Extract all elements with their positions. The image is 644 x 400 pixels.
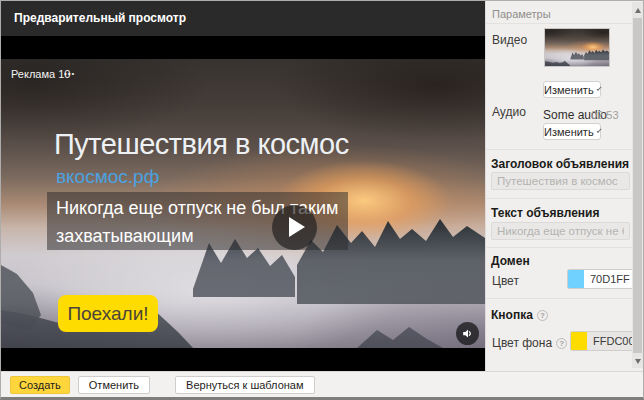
create-button[interactable]: Создать (10, 376, 70, 394)
change-video-button[interactable]: Изменить (543, 81, 601, 98)
button-bg-color-value: FFDC00 (587, 332, 634, 350)
divider (486, 298, 643, 299)
ad-menu-icon[interactable]: ••• (64, 69, 75, 78)
player-pane: Предварительный просмотр Реклама 10 ••• … (1, 1, 485, 371)
change-audio-button[interactable]: Изменить (543, 123, 601, 140)
ad-title: Путешествия в космос (54, 128, 349, 161)
ad-badge: Реклама 10 (11, 68, 70, 80)
cta-button[interactable]: Поехали! (58, 295, 158, 332)
button-bg-color-field[interactable]: FFDC00 (570, 331, 634, 351)
change-audio-label: Изменить (544, 126, 594, 138)
domain-color-field[interactable]: 70D1FF (567, 269, 635, 289)
audio-duration: 02:53 (591, 109, 619, 121)
text-section-label: Текст объявления (491, 206, 599, 220)
button-bg-label: Цвет фона? (492, 336, 567, 350)
domain-color-label: Цвет (492, 274, 519, 288)
ad-domain-link[interactable]: вкосмос.рф (56, 166, 159, 188)
footer-toolbar: Создать Отменить Вернуться к шаблонам (1, 371, 643, 398)
headline-section-label: Заголовок объявления (491, 157, 629, 171)
back-to-templates-button[interactable]: Вернуться к шаблонам (175, 376, 314, 394)
button-bg-color-swatch (571, 332, 587, 350)
audio-label: Аудио (492, 105, 526, 119)
chevron-down-icon (596, 127, 601, 132)
cancel-button[interactable]: Отменить (78, 376, 150, 394)
button-section-text: Кнопка (491, 308, 533, 322)
speaker-icon (461, 327, 474, 340)
domain-section-label: Домен (491, 254, 530, 268)
chevron-down-icon (596, 85, 601, 90)
modal-title: Предварительный просмотр (1, 1, 485, 36)
parameters-sidebar: Параметры Видео Изменить Аудио Some audi… (485, 1, 643, 371)
video-preview[interactable]: Реклама 10 ••• Путешествия в космос вкос… (1, 59, 485, 348)
play-button[interactable] (272, 205, 317, 250)
divider (486, 149, 643, 150)
help-icon[interactable]: ? (537, 310, 548, 321)
headline-input[interactable] (491, 172, 630, 190)
preview-modal: Предварительный просмотр Реклама 10 ••• … (0, 0, 644, 400)
change-video-label: Изменить (544, 84, 594, 96)
divider (486, 247, 643, 248)
scrollbar-thumb[interactable] (633, 18, 642, 353)
sidebar-title: Параметры (492, 8, 551, 20)
play-icon (289, 217, 305, 237)
scroll-down-icon[interactable] (635, 359, 641, 364)
button-section-label: Кнопка? (491, 308, 548, 322)
sidebar-scrollbar[interactable] (632, 2, 643, 368)
divider (486, 198, 643, 199)
scroll-up-icon[interactable] (635, 8, 641, 13)
divider (486, 23, 643, 24)
video-thumbnail[interactable] (544, 28, 610, 67)
domain-color-swatch (568, 270, 584, 288)
help-icon[interactable]: ? (556, 338, 567, 349)
button-bg-text: Цвет фона (492, 336, 552, 350)
cloud-mist-overlay (545, 29, 609, 66)
ad-text-input[interactable] (491, 222, 630, 240)
video-label: Видео (492, 33, 527, 47)
domain-color-value: 70D1FF (584, 270, 634, 288)
volume-button[interactable] (456, 322, 479, 345)
